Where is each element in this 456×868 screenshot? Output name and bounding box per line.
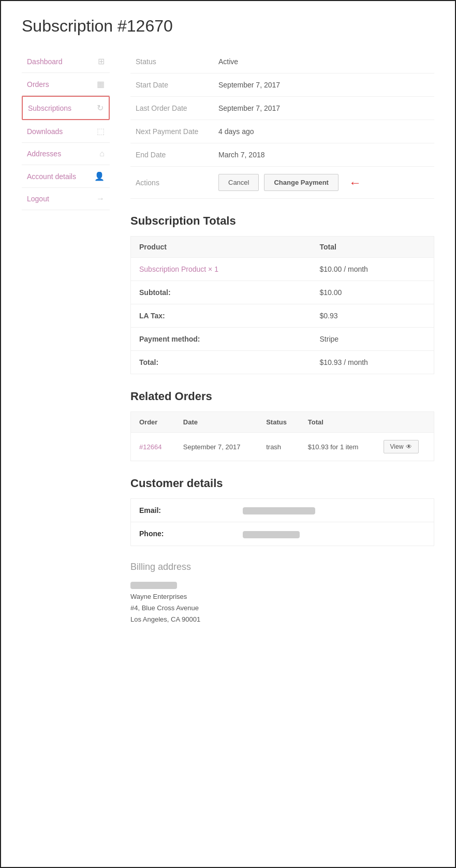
customer-email-value: [234, 499, 434, 522]
billing-address2: Los Angeles, CA 90001: [130, 614, 434, 625]
info-label-next-payment: Next Payment Date: [130, 120, 213, 143]
info-value-end: March 7, 2018: [213, 143, 434, 167]
billing-blurred-name: [130, 580, 434, 591]
info-label-actions: Actions: [130, 167, 213, 199]
sidebar-item-logout[interactable]: Logout →: [22, 188, 110, 210]
totals-row-payment-method: Payment method: Stripe: [131, 328, 434, 351]
order-number-link[interactable]: #12664: [139, 443, 161, 451]
info-label-end: End Date: [130, 143, 213, 167]
page-title: Subscription #12670: [22, 17, 434, 36]
customer-details-table: Email: Phone:: [130, 498, 434, 546]
order-total: $10.93 for 1 item: [300, 433, 375, 461]
totals-product-price: $10.00 / month: [312, 258, 434, 281]
info-value-status: Active: [213, 50, 434, 73]
phone-blurred: [243, 531, 300, 538]
sidebar-item-downloads[interactable]: Downloads ⬚: [22, 120, 110, 143]
account-icon: 👤: [94, 171, 105, 181]
subscription-totals-table: Product Total Subscription Product × 1 $…: [130, 236, 434, 374]
totals-row-tax: LA Tax: $0.93: [131, 304, 434, 328]
customer-phone-row: Phone:: [131, 522, 434, 546]
info-row-last-order: Last Order Date September 7, 2017: [130, 97, 434, 120]
totals-payment-label: Payment method:: [131, 328, 312, 351]
order-status: trash: [258, 433, 300, 461]
info-label-status: Status: [130, 50, 213, 73]
addresses-icon: ⌂: [99, 149, 105, 158]
sidebar-label-subscriptions: Subscriptions: [28, 104, 71, 112]
change-payment-button[interactable]: Change Payment: [264, 174, 338, 191]
dashboard-icon: ⊞: [98, 56, 105, 66]
sidebar-item-orders[interactable]: Orders ▦: [22, 73, 110, 96]
sidebar-item-account-details[interactable]: Account details 👤: [22, 165, 110, 188]
arrow-indicator: ←: [349, 175, 361, 190]
sidebar-label-dashboard: Dashboard: [27, 57, 63, 66]
eye-icon: 👁: [406, 443, 412, 450]
info-value-next-payment: 4 days ago: [213, 120, 434, 143]
orders-header-row: Order Date Status Total: [131, 412, 434, 433]
subscription-info-table: Status Active Start Date September 7, 20…: [130, 50, 434, 199]
related-orders-title: Related Orders: [130, 390, 434, 403]
totals-row-total: Total: $10.93 / month: [131, 351, 434, 374]
billing-address: Wayne Enterprises #4, Blue Cross Avenue …: [130, 580, 434, 625]
billing-company: Wayne Enterprises: [130, 591, 434, 602]
email-blurred: [243, 507, 315, 514]
orders-col-total: Total: [300, 412, 375, 433]
totals-row-product: Subscription Product × 1 $10.00 / month: [131, 258, 434, 281]
view-label: View: [390, 443, 404, 450]
totals-col-total: Total: [312, 237, 434, 258]
logout-icon: →: [96, 194, 105, 203]
orders-col-action: [375, 412, 434, 433]
sidebar-label-account: Account details: [27, 172, 76, 181]
orders-col-status: Status: [258, 412, 300, 433]
info-label-last-order: Last Order Date: [130, 97, 213, 120]
customer-email-row: Email:: [131, 499, 434, 522]
info-value-last-order: September 7, 2017: [213, 97, 434, 120]
cancel-button[interactable]: Cancel: [218, 174, 259, 191]
totals-col-product: Product: [131, 237, 312, 258]
info-label-start: Start Date: [130, 73, 213, 97]
name-blurred: [130, 582, 177, 589]
sidebar-item-dashboard[interactable]: Dashboard ⊞: [22, 50, 110, 73]
totals-product-name[interactable]: Subscription Product × 1: [131, 258, 312, 281]
totals-subtotal-value: $10.00: [312, 281, 434, 304]
totals-total-label: Total:: [131, 351, 312, 374]
info-row-status: Status Active: [130, 50, 434, 73]
view-order-button[interactable]: View 👁: [384, 440, 419, 453]
main-content: Status Active Start Date September 7, 20…: [120, 50, 434, 625]
totals-total-value: $10.93 / month: [312, 351, 434, 374]
info-row-end-date: End Date March 7, 2018: [130, 143, 434, 167]
subscription-product-link[interactable]: Subscription Product × 1: [139, 265, 218, 273]
sidebar-item-addresses[interactable]: Addresses ⌂: [22, 143, 110, 165]
sidebar: Dashboard ⊞ Orders ▦ Subscriptions ↻ Dow…: [22, 50, 120, 625]
billing-section: Billing address Wayne Enterprises #4, Bl…: [130, 562, 434, 625]
billing-title: Billing address: [130, 562, 434, 572]
sidebar-item-subscriptions[interactable]: Subscriptions ↻: [22, 96, 110, 120]
orders-icon: ▦: [97, 79, 105, 89]
order-date: September 7, 2017: [175, 433, 258, 461]
totals-tax-value: $0.93: [312, 304, 434, 328]
sidebar-label-orders: Orders: [27, 80, 49, 89]
orders-row: #12664 September 7, 2017 trash $10.93 fo…: [131, 433, 434, 461]
totals-payment-value: Stripe: [312, 328, 434, 351]
customer-details-title: Customer details: [130, 477, 434, 490]
order-number[interactable]: #12664: [131, 433, 175, 461]
info-actions-cell: Cancel Change Payment ←: [213, 167, 434, 199]
related-orders-table: Order Date Status Total #12664 September…: [130, 411, 434, 461]
sidebar-label-logout: Logout: [27, 195, 49, 203]
totals-header-row: Product Total: [131, 237, 434, 258]
sidebar-label-downloads: Downloads: [27, 127, 63, 136]
customer-phone-label: Phone:: [131, 522, 234, 546]
totals-subtotal-label: Subtotal:: [131, 281, 312, 304]
info-value-start: September 7, 2017: [213, 73, 434, 97]
subscriptions-icon: ↻: [97, 103, 104, 113]
info-row-start-date: Start Date September 7, 2017: [130, 73, 434, 97]
orders-col-order: Order: [131, 412, 175, 433]
info-row-actions: Actions Cancel Change Payment ←: [130, 167, 434, 199]
customer-phone-value: [234, 522, 434, 546]
totals-tax-label: LA Tax:: [131, 304, 312, 328]
order-view-cell: View 👁: [375, 433, 434, 461]
subscription-totals-title: Subscription Totals: [130, 214, 434, 228]
downloads-icon: ⬚: [97, 126, 105, 136]
sidebar-label-addresses: Addresses: [27, 150, 61, 158]
totals-row-subtotal: Subtotal: $10.00: [131, 281, 434, 304]
customer-email-label: Email:: [131, 499, 234, 522]
